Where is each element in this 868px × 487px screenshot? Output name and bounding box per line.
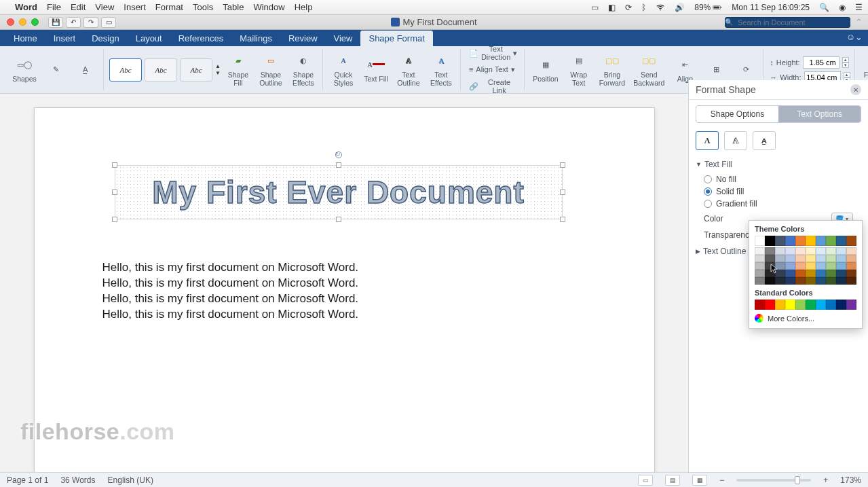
color-swatch[interactable] (775, 236, 785, 246)
bring-forward-button[interactable]: ▢▢Bring Forward (597, 51, 628, 88)
color-swatch[interactable] (765, 255, 775, 262)
bluetooth-icon[interactable]: ᛒ (641, 3, 646, 12)
close-window-button[interactable] (7, 18, 14, 26)
color-swatch[interactable] (806, 277, 816, 285)
color-swatch[interactable] (806, 236, 816, 246)
height-down[interactable]: ▼ (842, 62, 849, 68)
create-link-button[interactable]: 🔗 Create Link (466, 77, 520, 96)
color-swatch[interactable] (816, 236, 826, 246)
color-swatch[interactable] (755, 270, 765, 277)
color-swatch[interactable] (765, 300, 775, 310)
position-button[interactable]: ▦Position (530, 55, 561, 85)
document-workspace[interactable]: My First Ever Document Hello, this is my… (0, 94, 688, 472)
height-up[interactable]: ▲ (842, 57, 849, 62)
color-swatch[interactable] (775, 255, 785, 262)
zoom-in-button[interactable]: + (823, 475, 828, 485)
color-swatch[interactable] (785, 300, 795, 310)
qat-print-layout-button[interactable]: ▭ (101, 17, 116, 28)
more-colors-button[interactable]: More Colors... (755, 310, 856, 323)
color-swatch[interactable] (846, 262, 856, 270)
qat-redo-button[interactable]: ↷ (83, 17, 98, 28)
color-swatch[interactable] (816, 262, 826, 270)
airplay-icon[interactable]: ▭ (591, 3, 599, 12)
tab-home[interactable]: Home (5, 31, 45, 46)
menu-window[interactable]: Window (253, 2, 284, 12)
share-button[interactable]: ☺⌄ (846, 32, 863, 42)
menu-file[interactable]: File (47, 2, 61, 12)
body-line-3[interactable]: Hello, this is my first document on Micr… (102, 291, 586, 307)
color-swatch[interactable] (846, 236, 856, 246)
radio-gradient-fill[interactable]: Gradient fill (696, 198, 861, 210)
color-swatch[interactable] (836, 300, 846, 310)
color-swatch[interactable] (765, 247, 775, 255)
menu-table[interactable]: Table (223, 2, 244, 12)
color-swatch[interactable] (806, 300, 816, 310)
text-fill-section[interactable]: ▼Text Fill (696, 160, 861, 169)
tab-review[interactable]: Review (280, 31, 326, 46)
text-box-button[interactable]: A̲ (72, 60, 99, 80)
color-swatch[interactable] (765, 277, 775, 285)
color-swatch[interactable] (775, 247, 785, 255)
body-line-1[interactable]: Hello, this is my first document on Micr… (102, 260, 586, 276)
tab-insert[interactable]: Insert (45, 31, 84, 46)
color-swatch[interactable] (785, 270, 795, 277)
color-swatch[interactable] (775, 277, 785, 285)
color-swatch[interactable] (816, 270, 826, 277)
ribbon-collapse-button[interactable]: ⌃ (853, 17, 864, 27)
document-page[interactable]: My First Ever Document Hello, this is my… (34, 107, 655, 472)
color-swatch[interactable] (795, 255, 806, 262)
zoom-thumb[interactable] (795, 476, 800, 484)
siri-icon[interactable]: ◉ (839, 3, 846, 12)
color-swatch[interactable] (806, 270, 816, 277)
rotate-handle[interactable] (335, 151, 342, 158)
color-swatch[interactable] (826, 300, 836, 310)
spotlight-icon[interactable]: 🔍 (819, 3, 829, 12)
color-swatch[interactable] (826, 270, 836, 277)
color-swatch[interactable] (795, 277, 806, 285)
notifications-icon[interactable]: ☰ (855, 3, 863, 12)
color-swatch[interactable] (836, 262, 846, 270)
menu-view[interactable]: View (95, 2, 114, 12)
color-swatch[interactable] (846, 277, 856, 285)
tab-text-effects[interactable]: A (724, 131, 747, 150)
timemachine-icon[interactable]: ⟳ (625, 3, 632, 12)
quick-styles-button[interactable]: AQuick Styles (328, 51, 358, 88)
color-swatch[interactable] (755, 277, 765, 285)
color-swatch[interactable] (836, 236, 846, 246)
color-swatch[interactable] (836, 247, 846, 255)
tab-textbox[interactable]: A̲ (753, 131, 776, 150)
word-count[interactable]: 36 Words (60, 475, 95, 485)
color-swatch[interactable] (826, 236, 836, 246)
wordart-textbox[interactable]: My First Ever Document (115, 165, 563, 219)
group-button[interactable]: ⊞ (702, 60, 730, 80)
tab-mailings[interactable]: Mailings (231, 31, 280, 46)
shape-fill-button[interactable]: ▰Shape Fill (223, 51, 253, 88)
minimize-window-button[interactable] (19, 18, 26, 26)
shape-style-2[interactable]: Abc (145, 58, 177, 82)
pane-close-button[interactable]: ✕ (850, 84, 861, 95)
radio-no-fill[interactable]: No fill (696, 173, 861, 185)
document-body[interactable]: Hello, this is my first document on Micr… (102, 260, 586, 323)
display-icon[interactable]: ◧ (608, 3, 616, 12)
color-swatch[interactable] (795, 262, 806, 270)
color-swatch[interactable] (775, 270, 785, 277)
color-swatch[interactable] (755, 262, 765, 270)
shape-style-1[interactable]: Abc (109, 58, 142, 82)
app-name[interactable]: Word (15, 2, 37, 12)
color-swatch[interactable] (826, 255, 836, 262)
zoom-out-button[interactable]: − (719, 475, 724, 485)
color-swatch[interactable] (795, 300, 806, 310)
color-swatch[interactable] (836, 277, 846, 285)
color-swatch[interactable] (816, 300, 826, 310)
shape-style-3[interactable]: Abc (180, 58, 212, 82)
language-status[interactable]: English (UK) (108, 475, 153, 485)
color-swatch[interactable] (806, 247, 816, 255)
zoom-window-button[interactable] (31, 18, 39, 26)
color-swatch[interactable] (765, 270, 775, 277)
color-swatch[interactable] (836, 255, 846, 262)
align-text-button[interactable]: ≡ Align Text ▾ (466, 64, 518, 75)
height-input[interactable] (803, 56, 839, 69)
color-swatch[interactable] (785, 247, 795, 255)
width-up[interactable]: ▲ (844, 72, 850, 77)
document-search-input[interactable] (725, 17, 850, 28)
